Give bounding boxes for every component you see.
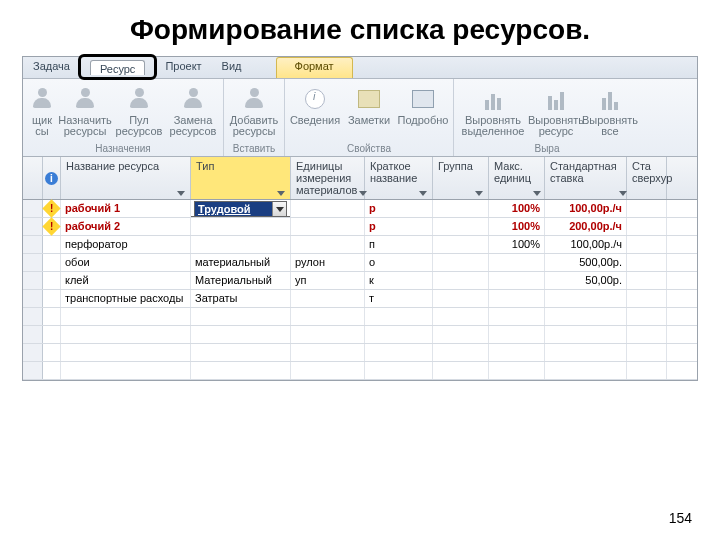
- table-row[interactable]: клейМатериальныйупк50,00р.: [23, 272, 697, 290]
- cell-name[interactable]: [61, 326, 191, 343]
- ribbon-btn-pool[interactable]: Пул ресурсов: [113, 83, 165, 139]
- row-header[interactable]: [23, 308, 43, 325]
- cell-short[interactable]: о: [365, 254, 433, 271]
- table-row-empty[interactable]: [23, 344, 697, 362]
- cell-max[interactable]: [489, 326, 545, 343]
- cell-type[interactable]: [191, 236, 291, 253]
- cell-overtime[interactable]: [627, 236, 667, 253]
- cell-rate[interactable]: 200,00р./ч: [545, 218, 627, 235]
- cell-rate[interactable]: 100,00р./ч: [545, 236, 627, 253]
- table-row-empty[interactable]: [23, 362, 697, 380]
- cell-overtime[interactable]: [627, 254, 667, 271]
- cell-short[interactable]: [365, 344, 433, 361]
- cell-name[interactable]: [61, 308, 191, 325]
- cell-type[interactable]: [191, 308, 291, 325]
- cell-rate[interactable]: [545, 290, 627, 307]
- cell-group[interactable]: [433, 218, 489, 235]
- cell-max[interactable]: [489, 308, 545, 325]
- table-row-empty[interactable]: [23, 326, 697, 344]
- ribbon-btn-partial[interactable]: щик сы: [27, 83, 57, 139]
- ribbon-btn-level-selection[interactable]: Выровнять выделенное: [458, 83, 528, 139]
- cell-name[interactable]: рабочий 1: [61, 200, 191, 217]
- cell-short[interactable]: [365, 326, 433, 343]
- cell-group[interactable]: [433, 344, 489, 361]
- column-header-overtime[interactable]: Ста сверхур: [627, 157, 667, 199]
- chevron-down-icon[interactable]: [272, 202, 286, 216]
- cell-max[interactable]: [489, 344, 545, 361]
- row-header[interactable]: [23, 200, 43, 217]
- cell-name[interactable]: [61, 362, 191, 379]
- cell-name[interactable]: перфоратор: [61, 236, 191, 253]
- cell-short[interactable]: к: [365, 272, 433, 289]
- tab-view[interactable]: Вид: [212, 57, 252, 78]
- cell-type[interactable]: [191, 362, 291, 379]
- cell-overtime[interactable]: [627, 272, 667, 289]
- tab-task[interactable]: Задача: [23, 57, 80, 78]
- column-header-group[interactable]: Группа: [433, 157, 489, 199]
- cell-type[interactable]: [191, 344, 291, 361]
- cell-group[interactable]: [433, 362, 489, 379]
- cell-short[interactable]: р: [365, 218, 433, 235]
- row-header[interactable]: [23, 236, 43, 253]
- table-row[interactable]: обоиматериальныйрулоно500,00р.: [23, 254, 697, 272]
- cell-over[interactable]: [627, 344, 667, 361]
- cell-name[interactable]: транспортные расходы: [61, 290, 191, 307]
- cell-over[interactable]: [627, 362, 667, 379]
- column-header-rate[interactable]: Стандартная ставка: [545, 157, 627, 199]
- cell-name[interactable]: обои: [61, 254, 191, 271]
- cell-overtime[interactable]: [627, 218, 667, 235]
- row-header[interactable]: [23, 254, 43, 271]
- cell-unit[interactable]: [291, 218, 365, 235]
- cell-max[interactable]: 100%: [489, 218, 545, 235]
- cell-rate[interactable]: [545, 344, 627, 361]
- cell-max[interactable]: [489, 290, 545, 307]
- row-header[interactable]: [23, 272, 43, 289]
- cell-unit[interactable]: [291, 326, 365, 343]
- ribbon-btn-assign[interactable]: Назначить ресурсы: [59, 83, 111, 139]
- cell-unit[interactable]: [291, 290, 365, 307]
- row-header[interactable]: [23, 218, 43, 235]
- ribbon-btn-level-all[interactable]: Выровнять все: [584, 83, 636, 139]
- column-header-max[interactable]: Макс. единиц: [489, 157, 545, 199]
- column-header-name[interactable]: Название ресурса: [61, 157, 191, 199]
- row-header[interactable]: [23, 344, 43, 361]
- table-row[interactable]: !рабочий 2р100%200,00р./ч: [23, 218, 697, 236]
- cell-max[interactable]: 100%: [489, 200, 545, 217]
- type-select-box[interactable]: Трудовой: [194, 201, 287, 217]
- row-header[interactable]: [23, 290, 43, 307]
- cell-group[interactable]: [433, 272, 489, 289]
- ribbon-btn-replace[interactable]: Замена ресурсов: [167, 83, 219, 139]
- table-row[interactable]: транспортные расходыЗатратыт: [23, 290, 697, 308]
- cell-rate[interactable]: 100,00р./ч: [545, 200, 627, 217]
- table-row[interactable]: перфораторп100%100,00р./ч: [23, 236, 697, 254]
- ribbon-btn-level-resource[interactable]: Выровнять ресурс: [530, 83, 582, 139]
- cell-type[interactable]: [191, 218, 291, 235]
- cell-group[interactable]: [433, 308, 489, 325]
- cell-rate[interactable]: [545, 308, 627, 325]
- cell-short[interactable]: р: [365, 200, 433, 217]
- cell-name[interactable]: рабочий 2: [61, 218, 191, 235]
- cell-rate[interactable]: [545, 326, 627, 343]
- cell-over[interactable]: [627, 326, 667, 343]
- cell-group[interactable]: [433, 326, 489, 343]
- tab-resource[interactable]: Ресурс: [90, 60, 145, 75]
- cell-rate[interactable]: 500,00р.: [545, 254, 627, 271]
- cell-short[interactable]: [365, 308, 433, 325]
- table-row-empty[interactable]: [23, 308, 697, 326]
- cell-unit[interactable]: [291, 308, 365, 325]
- cell-max[interactable]: [489, 362, 545, 379]
- cell-group[interactable]: [433, 254, 489, 271]
- cell-short[interactable]: [365, 362, 433, 379]
- cell-group[interactable]: [433, 290, 489, 307]
- cell-rate[interactable]: 50,00р.: [545, 272, 627, 289]
- cell-over[interactable]: [627, 308, 667, 325]
- cell-type[interactable]: материальный: [191, 254, 291, 271]
- column-header-type[interactable]: Тип: [191, 157, 291, 199]
- cell-unit[interactable]: [291, 236, 365, 253]
- cell-short[interactable]: п: [365, 236, 433, 253]
- row-header[interactable]: [23, 362, 43, 379]
- indicator-column-header[interactable]: i: [43, 157, 61, 199]
- column-header-unit[interactable]: Единицы измерения материалов: [291, 157, 365, 199]
- ribbon-btn-info[interactable]: Сведения: [289, 83, 341, 128]
- cell-group[interactable]: [433, 200, 489, 217]
